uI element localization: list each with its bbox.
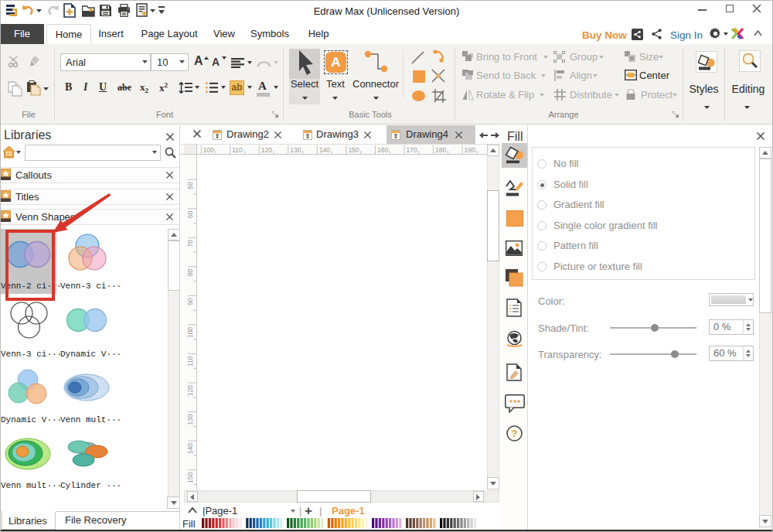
svg-text:140: 140 [186,443,194,454]
svg-text:100: 100 [203,146,214,154]
svg-text:180: 180 [435,146,446,154]
svg-text:110: 110 [186,356,194,367]
svg-text:120: 120 [186,385,194,396]
svg-text:70: 70 [186,240,194,247]
svg-text:80: 80 [186,269,194,277]
svg-text:140: 140 [319,146,330,154]
svg-text:120: 120 [261,146,272,154]
svg-text:150: 150 [186,472,194,483]
svg-text:160: 160 [377,146,388,154]
svg-text:90: 90 [186,298,194,305]
svg-text:150: 150 [348,146,359,154]
svg-text:170: 170 [407,146,417,154]
svg-text:50: 50 [186,182,194,189]
svg-text:130: 130 [290,146,301,154]
svg-text:100: 100 [186,327,194,338]
svg-text:130: 130 [186,414,194,425]
svg-text:110: 110 [232,146,243,154]
svg-text:190: 190 [465,146,475,154]
svg-text:?: ? [512,428,518,439]
svg-text:60: 60 [186,210,194,218]
